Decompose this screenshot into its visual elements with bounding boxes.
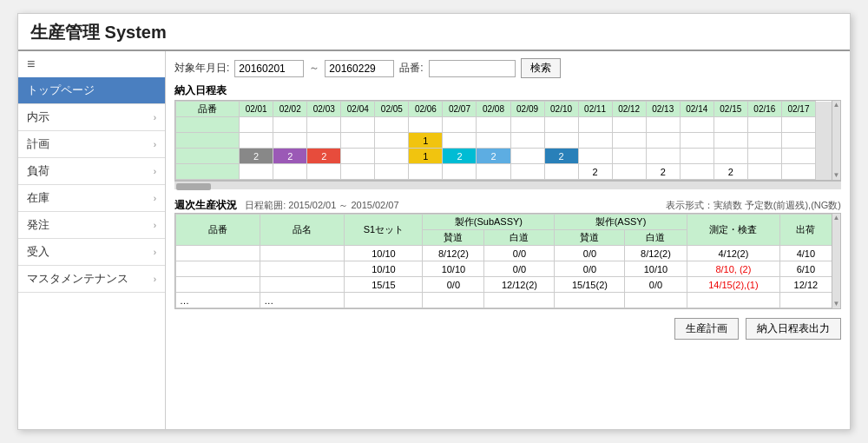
cell bbox=[747, 149, 781, 164]
table-row: 2 2 2 bbox=[176, 164, 840, 180]
cell bbox=[713, 117, 747, 133]
weekly-mfg-sub-b bbox=[484, 293, 555, 308]
weekly-measure: 4/12(2) bbox=[687, 246, 780, 261]
scroll-up-arrow[interactable]: ▲ bbox=[832, 101, 840, 109]
chevron-icon: › bbox=[154, 274, 156, 284]
cell bbox=[578, 117, 612, 133]
weekly-measure bbox=[687, 293, 780, 308]
cell bbox=[680, 164, 713, 180]
cell-blue: 2 bbox=[544, 149, 578, 164]
bottom-buttons: 生産計画 納入日程表出力 bbox=[174, 318, 841, 340]
delivery-date-0211: 02/11 bbox=[578, 102, 612, 117]
search-button[interactable]: 検索 bbox=[521, 58, 561, 78]
weekly-product: … bbox=[176, 293, 260, 308]
date-from-input[interactable] bbox=[234, 60, 304, 77]
chevron-icon: › bbox=[154, 167, 156, 176]
seisan-keikaku-button[interactable]: 生産計画 bbox=[674, 318, 739, 340]
sidebar-item-top[interactable]: トップページ bbox=[18, 77, 165, 104]
cell bbox=[273, 117, 307, 133]
menu-icon[interactable]: ≡ bbox=[18, 51, 165, 77]
delivery-output-button[interactable]: 納入日程表出力 bbox=[746, 318, 841, 340]
delivery-date-0208: 02/08 bbox=[477, 102, 510, 117]
delivery-date-0201: 02/01 bbox=[240, 102, 273, 117]
sidebar-item-master[interactable]: マスタメンテナンス › bbox=[18, 266, 165, 293]
cell bbox=[781, 164, 815, 180]
cell bbox=[375, 149, 409, 164]
date-to-input[interactable] bbox=[325, 60, 394, 77]
weekly-s1set: 10/10 bbox=[345, 246, 423, 261]
sidebar-item-label: 負荷 bbox=[27, 163, 49, 179]
cell bbox=[781, 149, 815, 164]
chevron-icon: › bbox=[154, 140, 156, 149]
weekly-s1set: 10/10 bbox=[345, 261, 423, 277]
chevron-icon: › bbox=[154, 113, 156, 122]
weekly-s1set: 15/15 bbox=[345, 277, 423, 293]
scroll-down-arrow[interactable]: ▼ bbox=[832, 171, 840, 180]
sidebar-item-zaiko[interactable]: 在庫 › bbox=[18, 185, 165, 212]
table-row: 15/15 0/0 12/12(2) 15/15(2) 0/0 14/15(2)… bbox=[176, 277, 841, 293]
cell bbox=[747, 164, 781, 180]
cell bbox=[680, 149, 713, 164]
date-label: 対象年月日: bbox=[174, 61, 229, 76]
weekly-col-s1set: S1セット bbox=[345, 215, 423, 246]
table-row: 10/10 8/12(2) 0/0 0/0 8/12(2) 4/12(2) 4/… bbox=[176, 246, 841, 261]
weekly-col-name: 品名 bbox=[260, 215, 345, 246]
cell bbox=[477, 117, 510, 133]
cell bbox=[544, 164, 578, 180]
weekly-name: … bbox=[260, 293, 345, 308]
weekly-sub-forward-1: 賛道 bbox=[423, 230, 484, 246]
cell bbox=[409, 164, 443, 180]
weekly-header: 週次生産状況 日程範囲: 2015/02/01 ～ 2015/02/07 表示形… bbox=[174, 198, 841, 213]
cell bbox=[307, 133, 341, 149]
table-row bbox=[176, 117, 840, 133]
product-input[interactable] bbox=[429, 60, 516, 77]
weekly-range-label: 日程範囲: bbox=[245, 200, 286, 210]
weekly-mfg-assy-b: 10/10 bbox=[625, 261, 687, 277]
sidebar-item-fuka[interactable]: 負荷 › bbox=[18, 158, 165, 185]
scroll-up-arrow[interactable]: ▲ bbox=[832, 214, 840, 222]
cell bbox=[510, 149, 544, 164]
weekly-mfg-assy-f: 0/0 bbox=[555, 246, 625, 261]
scrollbar-thumb bbox=[176, 183, 211, 190]
vertical-scrollbar[interactable]: ▲ ▼ bbox=[832, 101, 840, 180]
weekly-sub-forward-2: 賛道 bbox=[555, 230, 625, 246]
weekly-ship: 12/12 bbox=[780, 277, 832, 293]
cell bbox=[747, 133, 781, 149]
vertical-scrollbar-weekly[interactable]: ▲ ▼ bbox=[832, 214, 840, 308]
delivery-table: 品番 02/01 02/02 02/03 02/04 02/05 02/06 0… bbox=[175, 101, 840, 180]
cell bbox=[307, 117, 341, 133]
delivery-col-product: 品番 bbox=[176, 102, 240, 117]
delivery-date-0210: 02/10 bbox=[544, 102, 578, 117]
horizontal-scrollbar[interactable] bbox=[174, 181, 841, 189]
sidebar-item-hacchu[interactable]: 発注 › bbox=[18, 212, 165, 239]
delivery-date-0214: 02/14 bbox=[680, 102, 713, 117]
cell bbox=[646, 133, 680, 149]
table-row: 10/10 10/10 0/0 0/0 10/10 8/10, (2) 6/10 bbox=[176, 261, 841, 277]
delivery-date-0213: 02/13 bbox=[646, 102, 680, 117]
table-row: … … bbox=[176, 293, 841, 308]
cell bbox=[612, 133, 646, 149]
cell-purple: 2 bbox=[273, 149, 307, 164]
cell bbox=[240, 117, 273, 133]
sidebar-item-keikaku[interactable]: 計画 › bbox=[18, 131, 165, 158]
cell: 2 bbox=[646, 164, 680, 180]
weekly-mfg-sub-b: 12/12(2) bbox=[484, 277, 555, 293]
weekly-sub-backward-1: 白道 bbox=[484, 230, 555, 246]
cell-gray: 2 bbox=[240, 149, 273, 164]
scroll-down-arrow[interactable]: ▼ bbox=[832, 300, 840, 308]
chevron-icon: › bbox=[154, 221, 156, 230]
cell bbox=[273, 164, 307, 180]
cell-red: 2 bbox=[307, 149, 341, 164]
weekly-mfg-assy-b: 8/12(2) bbox=[625, 246, 687, 261]
main-area: ≡ トップページ 内示 › 計画 › 負荷 › 在庫 › 発注 › bbox=[18, 51, 850, 429]
delivery-title: 納入日程表 bbox=[174, 83, 841, 98]
cell bbox=[510, 117, 544, 133]
sidebar: ≡ トップページ 内示 › 計画 › 負荷 › 在庫 › 発注 › bbox=[18, 51, 166, 429]
sidebar-item-naiji[interactable]: 内示 › bbox=[18, 104, 165, 131]
cell bbox=[646, 117, 680, 133]
delivery-date-0217: 02/17 bbox=[781, 102, 815, 117]
weekly-measure: 8/10, (2) bbox=[687, 261, 780, 277]
cell bbox=[544, 117, 578, 133]
sidebar-item-ukire[interactable]: 受入 › bbox=[18, 239, 165, 266]
cell bbox=[443, 164, 477, 180]
